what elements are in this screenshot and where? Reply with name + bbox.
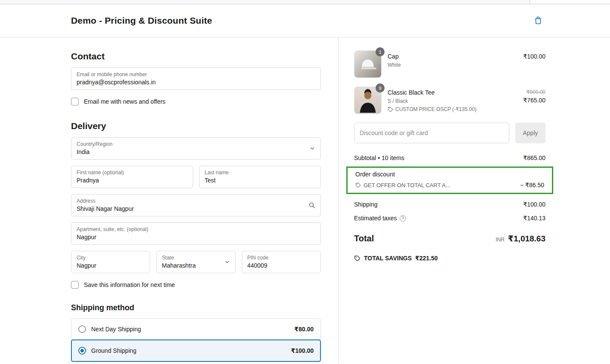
country-value: India	[77, 147, 315, 155]
apply-button[interactable]: Apply	[515, 123, 545, 143]
shipping-options: Next Day Shipping ₹80.00 Ground Shipping…	[71, 318, 321, 362]
total-value: ₹1,018.63	[508, 234, 545, 244]
shipping-value: ₹100.00	[523, 201, 545, 208]
product-image-tee: 9	[354, 86, 382, 114]
item-variant: White	[388, 62, 517, 68]
apartment-input[interactable]	[77, 232, 315, 241]
tag-icon	[355, 182, 361, 188]
item-price: ₹100.00	[523, 50, 545, 60]
save-info-checkbox[interactable]	[71, 281, 79, 289]
pin-code-input[interactable]	[247, 261, 315, 269]
email-input[interactable]	[77, 77, 315, 86]
last-name-input[interactable]	[205, 176, 316, 184]
magnifier-icon	[308, 202, 315, 209]
item-price: ₹900.00 ₹765.00	[523, 86, 545, 104]
email-field[interactable]: Email or mobile phone number	[71, 68, 321, 90]
discount-code-input[interactable]	[354, 123, 509, 143]
taxes-value: ₹140.13	[523, 215, 545, 222]
city-field[interactable]: City	[71, 251, 150, 273]
last-name-label: Last name	[205, 170, 316, 176]
shipping-option-price: ₹80.00	[294, 326, 314, 333]
save-info-checkbox-row[interactable]: Save this information for next time	[71, 281, 321, 289]
state-select[interactable]: State Maharashtra	[156, 251, 235, 273]
currency-code: INR	[496, 237, 505, 243]
total-savings-label: TOTAL SAVINGS	[364, 255, 412, 262]
item-variant: S / Black	[388, 98, 517, 104]
checkout-main: Contact Email or mobile phone number Ema…	[0, 37, 610, 364]
chevron-down-icon	[224, 259, 230, 265]
apartment-label: Apartment, suite, etc. (optional)	[77, 226, 315, 232]
state-value: Maharashtra	[162, 261, 230, 269]
discount-code-row: Apply	[354, 123, 545, 143]
cart-item: 1 Cap White ₹100.00	[354, 50, 545, 78]
shipping-option-next-day[interactable]: Next Day Shipping ₹80.00	[71, 318, 321, 340]
subtotal-row: Subtotal • 10 items ₹865.00	[354, 154, 545, 161]
address-label: Address	[77, 198, 315, 204]
first-name-label: First name (optional)	[77, 170, 188, 176]
contact-heading: Contact	[71, 51, 321, 62]
state-label: State	[162, 255, 230, 261]
cart-button[interactable]	[532, 14, 545, 28]
taxes-row: Estimated taxes ? ₹140.13	[354, 215, 545, 222]
item-discount-text: CUSTOM PRICE OSCP (-₹135.00)	[395, 106, 477, 112]
chevron-down-icon	[309, 145, 315, 151]
order-discount-code: GET OFFER ON TOTAL CART A...	[355, 182, 450, 188]
news-offers-checkbox[interactable]	[71, 98, 79, 105]
radio-icon[interactable]	[78, 325, 86, 333]
order-discount-label: Order discount	[355, 171, 544, 178]
browser-edge-inner	[0, 0, 530, 4]
cart-item: 9 Classic Black Tee S / Black CUSTOM PRI…	[354, 86, 545, 114]
shipping-label: Shipping	[354, 201, 378, 208]
total-row: Total INR ₹1,018.63	[354, 234, 545, 244]
shipping-option-price: ₹100.00	[291, 347, 314, 354]
pin-code-field[interactable]: PIN code	[242, 251, 321, 273]
tag-icon	[354, 255, 360, 262]
taxes-label: Estimated taxes	[354, 215, 397, 222]
save-info-label: Save this information for next time	[84, 281, 175, 288]
shipping-option-ground[interactable]: Ground Shipping ₹100.00	[71, 339, 321, 362]
order-discount-highlight: Order discount GET OFFER ON TOTAL CART A…	[346, 167, 553, 194]
apartment-field[interactable]: Apartment, suite, etc. (optional)	[71, 222, 321, 245]
item-discounted-price: ₹765.00	[523, 97, 545, 104]
shipping-method-heading: Shipping method	[71, 303, 321, 312]
bag-icon	[533, 15, 543, 26]
order-discount-code-text: GET OFFER ON TOTAL CART A...	[364, 182, 450, 188]
radio-selected-icon[interactable]	[78, 347, 86, 355]
country-select[interactable]: Country/Region India	[71, 137, 321, 160]
checkout-header: Demo - Pricing & Discount Suite	[0, 4, 610, 37]
address-input[interactable]	[77, 204, 315, 212]
first-name-input[interactable]	[77, 176, 188, 184]
news-offers-checkbox-row[interactable]: Email me with news and offers	[71, 98, 321, 105]
browser-edge	[0, 0, 610, 4]
shipping-option-label: Next Day Shipping	[91, 326, 141, 333]
item-title: Cap	[388, 53, 517, 60]
news-offers-label: Email me with news and offers	[84, 98, 166, 105]
order-discount-value: − ₹86.50	[520, 182, 544, 188]
shipping-option-label: Ground Shipping	[91, 347, 136, 354]
subtotal-value: ₹865.00	[523, 154, 545, 161]
last-name-field[interactable]: Last name	[199, 166, 321, 188]
pin-code-label: PIN code	[247, 255, 315, 261]
checkout-form: Contact Email or mobile phone number Ema…	[0, 37, 339, 364]
delivery-heading: Delivery	[71, 121, 321, 131]
order-summary: 1 Cap White ₹100.00 9	[339, 37, 610, 364]
country-label: Country/Region	[77, 141, 315, 147]
shipping-row: Shipping ₹100.00	[354, 201, 545, 208]
first-name-field[interactable]: First name (optional)	[71, 166, 193, 188]
total-label: Total	[354, 234, 374, 244]
page-title: Demo - Pricing & Discount Suite	[71, 15, 212, 26]
question-circle-icon[interactable]: ?	[400, 215, 406, 222]
email-label: Email or mobile phone number	[77, 71, 315, 77]
item-discount-tag: CUSTOM PRICE OSCP (-₹135.00)	[388, 106, 517, 112]
item-original-price: ₹900.00	[523, 89, 545, 95]
city-input[interactable]	[77, 261, 145, 269]
order-discount-row: GET OFFER ON TOTAL CART A... − ₹86.50	[355, 182, 544, 188]
item-title: Classic Black Tee	[388, 89, 517, 96]
address-field[interactable]: Address	[71, 194, 321, 216]
quantity-badge: 9	[376, 83, 385, 93]
product-image-cap: 1	[354, 50, 382, 78]
city-label: City	[77, 255, 145, 261]
tag-icon	[388, 107, 393, 112]
quantity-badge: 1	[376, 47, 385, 56]
total-savings-value: ₹221.50	[415, 255, 438, 262]
